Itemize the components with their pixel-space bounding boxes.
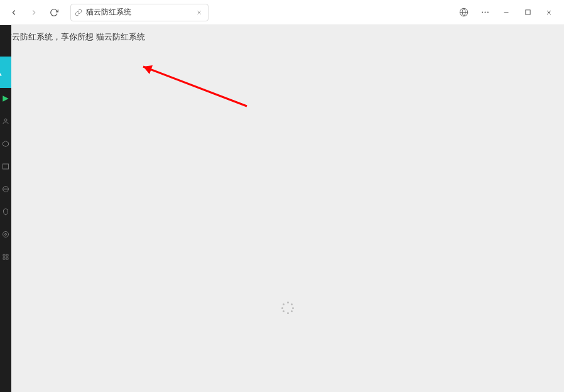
svg-point-17 <box>3 232 9 237</box>
address-input[interactable] <box>86 8 190 17</box>
sidebar-item[interactable] <box>1 185 10 193</box>
page-content: 猫云防红系统，享你所想 猫云防红系统 <box>11 25 564 392</box>
more-button[interactable] <box>475 4 495 21</box>
svg-marker-11 <box>3 95 8 101</box>
sidebar-icons <box>0 94 11 261</box>
refresh-button[interactable] <box>45 4 63 21</box>
svg-point-5 <box>484 12 485 13</box>
refresh-icon <box>50 8 58 17</box>
clear-address-button[interactable] <box>194 8 204 18</box>
window-controls <box>453 4 559 21</box>
sidebar-item[interactable] <box>1 139 10 148</box>
sidebar-item[interactable] <box>1 117 10 126</box>
globe-icon <box>459 8 469 17</box>
back-button[interactable] <box>5 4 23 21</box>
sidebar-item[interactable] <box>1 162 10 171</box>
minimize-button[interactable] <box>496 4 516 21</box>
svg-point-6 <box>487 12 488 13</box>
link-icon <box>75 9 82 16</box>
more-horizontal-icon <box>480 8 490 17</box>
browser-toolbar <box>0 0 564 25</box>
close-icon <box>545 9 553 16</box>
chevron-right-icon <box>30 8 38 17</box>
svg-point-4 <box>482 12 483 13</box>
loading-spinner <box>281 302 294 314</box>
address-bar[interactable] <box>70 4 209 21</box>
page-body-text: 猫云防红系统，享你所想 猫云防红系统 <box>4 31 145 43</box>
svg-rect-13 <box>3 164 9 169</box>
globe-button[interactable] <box>453 4 474 21</box>
svg-point-16 <box>5 234 7 236</box>
sidebar-item[interactable] <box>1 230 10 239</box>
svg-point-12 <box>4 119 7 121</box>
maximize-icon <box>524 9 531 16</box>
svg-rect-8 <box>525 10 529 14</box>
chevron-left-icon <box>9 8 18 17</box>
svg-line-18 <box>143 67 247 106</box>
sidebar-item[interactable] <box>1 253 10 261</box>
forward-button[interactable] <box>25 4 43 21</box>
app-logo <box>0 57 11 88</box>
sidebar-item[interactable] <box>1 207 10 216</box>
minimize-icon <box>502 9 510 16</box>
maximize-button[interactable] <box>518 4 538 21</box>
close-window-button[interactable] <box>539 4 559 21</box>
left-sidebar <box>0 25 11 392</box>
logo-icon <box>0 64 4 80</box>
sidebar-item-active[interactable] <box>1 94 10 103</box>
annotation-arrow <box>131 59 256 122</box>
close-icon <box>196 9 202 16</box>
